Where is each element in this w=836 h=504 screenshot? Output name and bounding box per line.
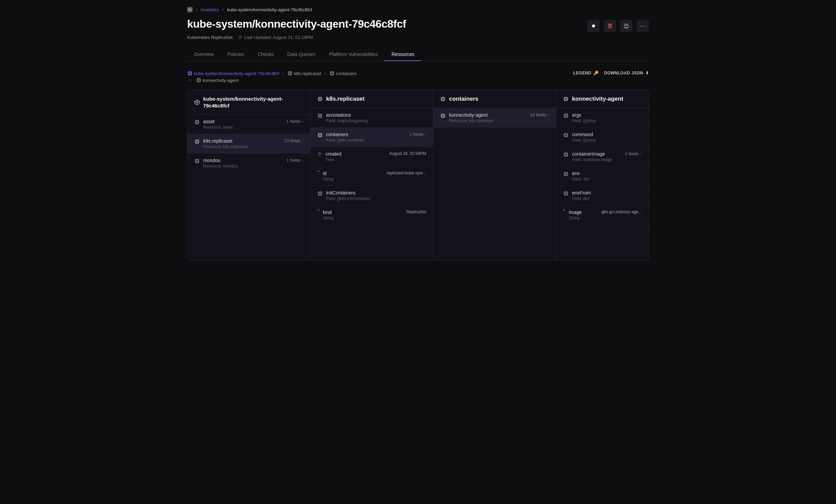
panel-1-item-asset[interactable]: asset Resource: asset 1 fields › [187, 115, 310, 134]
panel-2-containers-fields: 1 fields › [409, 132, 426, 137]
breadcrumb-inventory-link[interactable]: Inventory [201, 7, 219, 12]
chevron-icon: › [302, 139, 303, 143]
panel-3: containers konnectivity-agent Resource: … [433, 90, 556, 260]
resource-link-text: kube-system/konnectivity-agent-79c46c8fc… [194, 71, 279, 76]
resource-breadcrumb-link[interactable]: kube-system/konnectivity-agent-79c46c8fc… [187, 71, 279, 76]
svg-rect-4 [289, 72, 291, 74]
panel-1-item-replicaset-content: k8s.replicaset Resource: k8s.replicaset [203, 138, 281, 149]
panel-1-item-replicaset[interactable]: k8s.replicaset Resource: k8s.replicaset … [187, 134, 310, 154]
svg-rect-12 [196, 141, 198, 143]
resource-item-agent: konnectivity-agent [196, 77, 239, 83]
diamond-button[interactable] [587, 20, 600, 32]
panel-1-item-asset-sub: Resource: asset [203, 125, 283, 130]
svg-rect-6 [331, 72, 333, 74]
panel-4-containerimage-fields: 0 fields › [625, 151, 642, 156]
chevron-icon: › [425, 132, 426, 137]
svg-rect-38 [565, 192, 567, 195]
panel-2-item-id[interactable]: " id String replicaset:kube-syst... [310, 167, 433, 186]
more-options-button[interactable]: ··· [637, 20, 649, 32]
svg-rect-28 [565, 98, 567, 100]
tab-overview[interactable]: Overview [187, 48, 221, 61]
resource-containers-text: containers [336, 71, 357, 76]
panel-3-item-agent[interactable]: konnectivity-agent Resource: k8s.contain… [433, 108, 556, 128]
panel-4-containerimage-name: containerImage [572, 151, 622, 157]
svg-rect-32 [565, 134, 567, 136]
tab-data-queries[interactable]: Data Queries [280, 48, 322, 61]
panel-3-item-agent-content: konnectivity-agent Resource: k8s.contain… [449, 112, 527, 123]
delete-button[interactable] [604, 20, 616, 32]
quote-icon: " [317, 170, 319, 176]
panel-4-args-name: args [572, 112, 642, 118]
panel-1-item-mondoo-content: mondoo Resource: mondoo [203, 158, 283, 169]
panel-1-item-replicaset-name: k8s.replicaset [203, 138, 281, 144]
panel-2-item-created[interactable]: ⏱ created Time August 29, 02:54PM [310, 147, 433, 167]
panel-2-created-sub: Time [325, 157, 386, 162]
last-updated-text: Last Updated: August 31, 01:19PM [244, 35, 313, 40]
home-icon[interactable] [187, 7, 193, 12]
panel-4-envfrom-sub: Field: dict [572, 196, 642, 201]
panel-4-envfrom-name: envFrom [572, 190, 642, 196]
chevron-icon: › [302, 119, 303, 124]
panel-2-item-annotations-content: annotations Field: map[string]string [326, 112, 426, 123]
tab-resources[interactable]: Resources [385, 48, 421, 61]
print-button[interactable] [620, 20, 632, 32]
panel-4-item-containerimage[interactable]: containerImage Field: container.image 0 … [556, 147, 649, 167]
sub-row-arrow: > [189, 78, 191, 83]
svg-rect-16 [319, 98, 321, 100]
panel-2-item-initcontainers[interactable]: initContainers Field: []k8s.initContaine… [310, 186, 433, 205]
svg-rect-2 [189, 72, 191, 74]
panel-4-item-image[interactable]: " image String gke.gcr.io/proxy-age... [556, 205, 649, 225]
legend-button[interactable]: LEGEND 🔑 [573, 71, 599, 75]
last-updated: ⏱ Last Updated: August 31, 01:19PM [238, 35, 313, 40]
breadcrumb: > Inventory > kube-system/konnectivity-a… [187, 7, 649, 12]
panel-4-env-content: env Field: dict [572, 171, 642, 182]
panel-2-title: k8s.replicaset [326, 96, 364, 102]
panel-4-header: konnectivity-agent [556, 90, 649, 108]
panel-4-item-envfrom[interactable]: envFrom Field: dict [556, 186, 649, 205]
panel-2-header: k8s.replicaset [310, 90, 433, 108]
chevron-icon: › [302, 158, 303, 163]
panel-1-item-asset-fields: 1 fields › [287, 119, 303, 124]
chevron-icon: › [548, 113, 549, 117]
panel-4-envfrom-content: envFrom Field: dict [572, 190, 642, 201]
tab-platform-vulnerabilities[interactable]: Platform Vulnerabilities [322, 48, 385, 61]
panel-2-item-kind[interactable]: " kind String ReplicaSet [310, 205, 433, 225]
subtitle-row: Kubernetes ReplicaSet ⏱ Last Updated: Au… [187, 35, 649, 40]
panel-3-agent-sub: Resource: k8s.container [449, 118, 527, 123]
panel-2-item-annotations[interactable]: annotations Field: map[string]string [310, 108, 433, 128]
panel-4-command-name: command [572, 132, 642, 137]
panel-4-item-args[interactable]: args Field: []string [556, 108, 649, 128]
tab-policies[interactable]: Policies [221, 48, 251, 61]
panel-4-command-sub: Field: []string [572, 138, 642, 143]
resource-sep-1: > [282, 71, 284, 76]
panel-4-image-value: gke.gcr.io/proxy-age... [601, 210, 642, 214]
tab-checks[interactable]: Checks [251, 48, 281, 61]
panel-4-args-sub: Field: []string [572, 118, 642, 123]
resources-header: kube-system/konnectivity-agent-79c46c8fc… [187, 71, 649, 83]
download-json-button[interactable]: DOWNLOAD JSON ⬇ [604, 71, 649, 75]
panel-2-created-name: created [325, 151, 386, 157]
panel-1-item-mondoo-sub: Resource: mondoo [203, 164, 283, 169]
panel-2-item-initcontainers-content: initContainers Field: []k8s.initContaine… [326, 190, 426, 201]
panel-4-args-content: args Field: []string [572, 112, 642, 123]
panel-2-item-containers[interactable]: containers Field: []k8s.container 1 fiel… [310, 128, 433, 147]
resource-breadcrumb: kube-system/konnectivity-agent-79c46c8fc… [187, 71, 357, 83]
panel-2-id-value: replicaset:kube-syst... [387, 171, 426, 175]
svg-rect-20 [319, 134, 321, 136]
clock-icon: ⏱ [238, 35, 242, 40]
chevron-icon: › [640, 152, 642, 156]
panel-2: k8s.replicaset annotations Field: map[st… [310, 90, 433, 260]
panel-4-item-env[interactable]: env Field: dict [556, 167, 649, 186]
panel-4-item-command[interactable]: command Field: []string [556, 128, 649, 147]
panel-4-image-content: image String [569, 210, 598, 220]
panel-1-header: kube-system/konnectivity-agent-79c46c8fc… [187, 90, 310, 115]
panel-1-item-mondoo[interactable]: mondoo Resource: mondoo 1 fields › [187, 154, 310, 173]
panel-1-title: kube-system/konnectivity-agent-79c46c8fc… [203, 96, 303, 109]
panel-2-annotations-sub: Field: map[string]string [326, 118, 426, 123]
svg-rect-10 [196, 121, 198, 123]
panel-2-containers-sub: Field: []k8s.container [326, 138, 406, 143]
panel-1-item-replicaset-sub: Resource: k8s.replicaset [203, 144, 281, 149]
quote-icon: " [317, 209, 319, 215]
svg-rect-18 [319, 115, 321, 117]
tabs-nav: Overview Policies Checks Data Queries Pl… [187, 48, 649, 61]
